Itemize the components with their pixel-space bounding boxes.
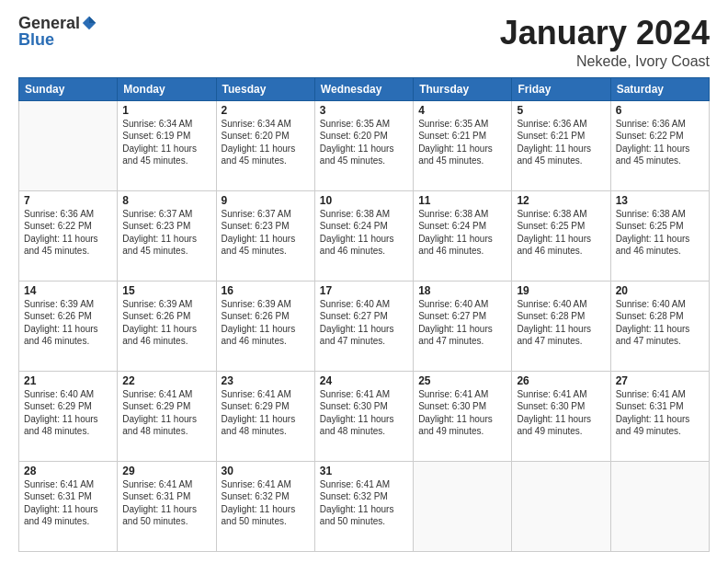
calendar-location: Nekede, Ivory Coast [500,53,710,70]
day-info: Sunrise: 6:38 AMSunset: 6:25 PMDaylight:… [517,208,605,258]
day-number: 8 [122,194,210,207]
page: General Blue January 2024 Nekede, Ivory … [0,0,728,563]
table-row: 23Sunrise: 6:41 AMSunset: 6:29 PMDayligh… [216,371,314,461]
table-row: 11Sunrise: 6:38 AMSunset: 6:24 PMDayligh… [414,190,512,281]
title-block: January 2024 Nekede, Ivory Coast [500,15,710,70]
day-info: Sunrise: 6:38 AMSunset: 6:24 PMDaylight:… [320,208,408,258]
table-row: 31Sunrise: 6:41 AMSunset: 6:32 PMDayligh… [314,461,413,551]
sunrise-text: Sunrise: 6:39 AM [222,298,310,311]
calendar-week-row: 28Sunrise: 6:41 AMSunset: 6:31 PMDayligh… [19,461,710,551]
day-info: Sunrise: 6:40 AMSunset: 6:29 PMDaylight:… [24,388,112,438]
table-row: 2Sunrise: 6:34 AMSunset: 6:20 PMDaylight… [216,100,314,190]
sunrise-text: Sunrise: 6:39 AM [122,298,210,311]
table-row: 24Sunrise: 6:41 AMSunset: 6:30 PMDayligh… [314,371,413,461]
sunrise-text: Sunrise: 6:40 AM [320,298,408,311]
table-row: 9Sunrise: 6:37 AMSunset: 6:23 PMDaylight… [216,190,314,281]
daylight-text: Daylight: 11 hours and 50 minutes. [320,503,408,528]
table-row: 14Sunrise: 6:39 AMSunset: 6:26 PMDayligh… [19,281,118,371]
table-row: 15Sunrise: 6:39 AMSunset: 6:26 PMDayligh… [118,281,216,371]
daylight-text: Daylight: 11 hours and 50 minutes. [222,503,310,528]
sunrise-text: Sunrise: 6:35 AM [418,118,506,131]
day-info: Sunrise: 6:38 AMSunset: 6:24 PMDaylight:… [418,208,506,258]
day-number: 6 [616,104,704,117]
day-info: Sunrise: 6:39 AMSunset: 6:26 PMDaylight:… [222,298,310,348]
sunset-text: Sunset: 6:32 PM [320,490,408,503]
table-row: 4Sunrise: 6:35 AMSunset: 6:21 PMDaylight… [414,100,512,190]
sunset-text: Sunset: 6:30 PM [517,400,605,413]
day-number: 24 [320,374,408,387]
calendar-title: January 2024 [500,15,710,52]
day-number: 5 [517,104,605,117]
sunrise-text: Sunrise: 6:41 AM [320,478,408,491]
table-row: 7Sunrise: 6:36 AMSunset: 6:22 PMDaylight… [19,190,118,281]
header: General Blue January 2024 Nekede, Ivory … [18,15,710,70]
sunset-text: Sunset: 6:32 PM [222,490,310,503]
daylight-text: Daylight: 11 hours and 48 minutes. [24,413,112,438]
day-number: 26 [517,374,605,387]
day-number: 15 [122,284,210,297]
daylight-text: Daylight: 11 hours and 49 minutes. [24,503,112,528]
daylight-text: Daylight: 11 hours and 46 minutes. [320,233,408,258]
calendar-week-row: 1Sunrise: 6:34 AMSunset: 6:19 PMDaylight… [19,100,710,190]
day-info: Sunrise: 6:36 AMSunset: 6:22 PMDaylight:… [24,208,112,258]
day-info: Sunrise: 6:34 AMSunset: 6:19 PMDaylight:… [122,118,210,167]
table-row: 27Sunrise: 6:41 AMSunset: 6:31 PMDayligh… [610,371,709,461]
sunset-text: Sunset: 6:19 PM [122,130,210,143]
table-row: 12Sunrise: 6:38 AMSunset: 6:25 PMDayligh… [512,190,610,281]
table-row: 16Sunrise: 6:39 AMSunset: 6:26 PMDayligh… [216,281,314,371]
day-info: Sunrise: 6:38 AMSunset: 6:25 PMDaylight:… [616,208,704,258]
day-number: 23 [222,374,310,387]
table-row: 8Sunrise: 6:37 AMSunset: 6:23 PMDaylight… [118,190,216,281]
sunrise-text: Sunrise: 6:34 AM [122,118,210,131]
day-info: Sunrise: 6:36 AMSunset: 6:21 PMDaylight:… [517,118,605,167]
table-row [19,100,118,190]
sunset-text: Sunset: 6:28 PM [517,310,605,323]
day-info: Sunrise: 6:40 AMSunset: 6:28 PMDaylight:… [616,298,704,348]
sunset-text: Sunset: 6:26 PM [222,310,310,323]
day-info: Sunrise: 6:41 AMSunset: 6:32 PMDaylight:… [320,478,408,528]
sunrise-text: Sunrise: 6:36 AM [616,118,704,131]
day-number: 4 [418,104,506,117]
sunrise-text: Sunrise: 6:41 AM [616,388,704,401]
day-number: 1 [122,104,210,117]
daylight-text: Daylight: 11 hours and 48 minutes. [320,413,408,438]
sunrise-text: Sunrise: 6:35 AM [320,118,408,131]
day-number: 14 [24,284,112,297]
day-number: 19 [517,284,605,297]
daylight-text: Daylight: 11 hours and 45 minutes. [517,143,605,167]
sunrise-text: Sunrise: 6:38 AM [517,208,605,221]
daylight-text: Daylight: 11 hours and 46 minutes. [418,233,506,258]
sunset-text: Sunset: 6:20 PM [222,130,310,143]
table-row: 5Sunrise: 6:36 AMSunset: 6:21 PMDaylight… [512,100,610,190]
daylight-text: Daylight: 11 hours and 47 minutes. [616,323,704,348]
sunset-text: Sunset: 6:22 PM [24,220,112,233]
daylight-text: Daylight: 11 hours and 49 minutes. [616,413,704,438]
day-number: 28 [24,465,112,477]
day-info: Sunrise: 6:41 AMSunset: 6:30 PMDaylight:… [320,388,408,438]
col-saturday: Saturday [610,77,709,100]
sunrise-text: Sunrise: 6:34 AM [222,118,310,131]
day-info: Sunrise: 6:41 AMSunset: 6:29 PMDaylight:… [222,388,310,438]
day-number: 31 [320,465,408,477]
day-number: 12 [517,194,605,207]
sunset-text: Sunset: 6:29 PM [222,400,310,413]
day-info: Sunrise: 6:39 AMSunset: 6:26 PMDaylight:… [24,298,112,348]
day-info: Sunrise: 6:39 AMSunset: 6:26 PMDaylight:… [122,298,210,348]
sunrise-text: Sunrise: 6:38 AM [616,208,704,221]
table-row [512,461,610,551]
svg-marker-1 [89,17,96,23]
day-number: 13 [616,194,704,207]
sunset-text: Sunset: 6:31 PM [122,490,210,503]
sunrise-text: Sunrise: 6:36 AM [24,208,112,221]
col-monday: Monday [118,77,216,100]
logo-blue-text: Blue [18,31,54,48]
sunset-text: Sunset: 6:23 PM [222,220,310,233]
calendar-header-row: Sunday Monday Tuesday Wednesday Thursday… [19,77,710,100]
table-row: 28Sunrise: 6:41 AMSunset: 6:31 PMDayligh… [19,461,118,551]
day-number: 18 [418,284,506,297]
table-row: 22Sunrise: 6:41 AMSunset: 6:29 PMDayligh… [118,371,216,461]
daylight-text: Daylight: 11 hours and 48 minutes. [222,413,310,438]
sunrise-text: Sunrise: 6:41 AM [122,388,210,401]
calendar-week-row: 21Sunrise: 6:40 AMSunset: 6:29 PMDayligh… [19,371,710,461]
sunset-text: Sunset: 6:31 PM [616,400,704,413]
